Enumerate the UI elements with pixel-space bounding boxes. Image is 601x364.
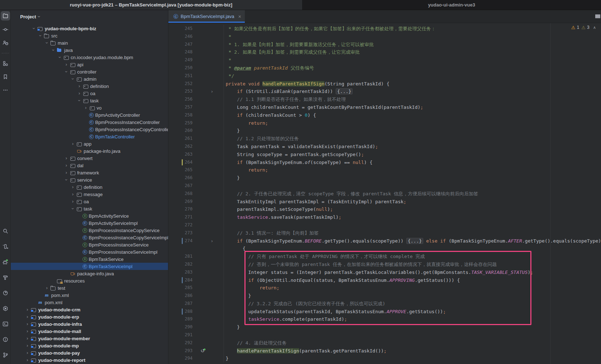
tree-item[interactable]: CBpmProcessInstanceController	[11, 119, 168, 126]
code-line[interactable]: 259 return;	[168, 119, 601, 127]
chevron-icon[interactable]: ›	[24, 314, 31, 320]
code-line[interactable]: 288 updateTaskStatus(parentTaskId, BpmTa…	[168, 308, 601, 316]
tree-item[interactable]: ›task	[11, 205, 168, 212]
tree-item[interactable]: ›definition	[11, 183, 168, 191]
tree-item[interactable]: CBpmTaskServiceImpl	[11, 263, 168, 270]
terminal-tool-icon[interactable]	[1, 320, 9, 328]
chevron-icon[interactable]: ›	[63, 162, 70, 169]
tree-item[interactable]: ›yudao-module-mp	[11, 342, 168, 349]
code-line[interactable]: 269 TaskEntityImpl parentTaskImpl = (Tas…	[168, 198, 601, 206]
tree-item[interactable]: ›main	[11, 39, 168, 46]
code-line[interactable]: 283 Integer status = (Integer) parentTas…	[168, 268, 601, 276]
chevron-icon[interactable]: ›	[63, 61, 70, 68]
code-line[interactable]: 256 // 1.1 判断是否还有子任务。如果没有，就不处理	[168, 96, 601, 103]
tree-item[interactable]: ›controller	[11, 68, 168, 75]
tree-item[interactable]: ›yudao-module-bpm-biz	[11, 25, 168, 32]
chevron-icon[interactable]: ›	[63, 177, 70, 183]
code-line[interactable]: 245 * 如果父任务是有前后【加签】的任务，如果它【加签】出来的子任务都被处理…	[168, 25, 601, 33]
tab-options-icon[interactable]	[595, 14, 600, 18]
tree-item[interactable]: package-info.java	[11, 147, 168, 155]
chevron-icon[interactable]: ›	[24, 335, 31, 342]
recursive-call-icon[interactable]: ↺	[200, 347, 205, 355]
tree-item[interactable]: ›api	[11, 61, 168, 68]
tree-item[interactable]: ›task	[11, 97, 168, 104]
chevron-icon[interactable]: ›	[50, 47, 57, 53]
search-tool-icon[interactable]	[1, 227, 9, 235]
background-window-titlebar[interactable]: yudao-ui-admin-vue3	[302, 0, 601, 10]
chevron-icon[interactable]: ›	[70, 198, 76, 205]
code-line[interactable]: 274› if (BpmTaskSignTypeEnum.BEFORE.getT…	[168, 237, 601, 245]
code-line[interactable]: 247 * 1. 如果是【向前】加签，则需要重新激活父任务，让它可以被审批	[168, 41, 601, 49]
tree-item[interactable]: ›vo	[11, 104, 168, 111]
code-line[interactable]: 285 return;	[168, 284, 601, 292]
code-line[interactable]: 272	[168, 221, 601, 229]
bookmarks-tool-icon[interactable]	[1, 73, 9, 81]
tree-item[interactable]: CBpmTaskController	[11, 133, 168, 140]
tab-bpmtaskserviceimpl[interactable]: C BpmTaskServiceImpl.java ×	[168, 10, 245, 23]
tree-item[interactable]: CBpmActivityController	[11, 111, 168, 119]
code-line[interactable]: {	[168, 245, 601, 253]
code-line[interactable]: 293↺ handleParentTaskIfSign(parentTask.g…	[168, 347, 601, 355]
chevron-icon[interactable]: ›	[70, 141, 76, 147]
chevron-icon[interactable]: ›	[76, 97, 83, 104]
code-line[interactable]: 263 String scopeType = parentTask.getSco…	[168, 151, 601, 159]
tree-item[interactable]: CBpmProcessInstanceServiceImpl	[11, 248, 168, 256]
tree-item[interactable]: IBpmProcessInstanceCopyService	[11, 227, 168, 234]
chevron-icon[interactable]: ›	[44, 285, 50, 291]
tree-item[interactable]: ›definition	[11, 83, 168, 90]
chevron-icon[interactable]: ›	[70, 191, 76, 197]
code-line[interactable]: 257 Long childrenTaskCount = getTaskCoun…	[168, 103, 601, 111]
chevron-icon[interactable]: ›	[24, 342, 31, 349]
structure-tool-icon[interactable]	[1, 59, 9, 67]
debug-tool-icon[interactable]	[1, 258, 9, 266]
code-line[interactable]: 291	[168, 331, 601, 339]
code-line[interactable]: 249 *	[168, 56, 601, 64]
tree-item[interactable]: ›framework	[11, 169, 168, 176]
commit-tool-icon[interactable]	[1, 26, 9, 34]
chevron-icon[interactable]: ›	[63, 155, 70, 161]
code-line[interactable]: 286 }	[168, 292, 601, 300]
tree-item[interactable]: ›yudao-module-mall	[11, 328, 168, 335]
tree-item[interactable]: ›yudao-module-infra	[11, 320, 168, 328]
run-tool-icon[interactable]	[1, 243, 9, 250]
chevron-icon[interactable]: ›	[44, 40, 50, 46]
chevron-icon[interactable]: ›	[57, 54, 63, 61]
project-panel-header[interactable]: Project ›	[11, 10, 168, 23]
tree-item[interactable]: ›src	[11, 32, 168, 39]
chevron-icon[interactable]: ›	[70, 76, 76, 82]
tree-item[interactable]: ›oa	[11, 90, 168, 97]
problems-tool-icon[interactable]	[1, 336, 9, 343]
tab-close-icon[interactable]: ×	[238, 14, 241, 19]
code-line[interactable]: 252private void handleParentTaskIfSign(S…	[168, 80, 601, 88]
code-line[interactable]: 292 // 4. 递归处理父任务	[168, 339, 601, 347]
code-line[interactable]: 284 if (ObjectUtil.notEqual(status, BpmT…	[168, 276, 601, 284]
chevron-icon[interactable]: ›	[24, 328, 31, 334]
tree-item[interactable]: ›java	[11, 46, 168, 54]
code-line[interactable]: 282 // 否则，一个未审批的 parentTask 任务，在加签出来的任务都…	[168, 261, 601, 268]
chevron-icon[interactable]: ›	[37, 32, 44, 39]
tree-item[interactable]: resources	[11, 277, 168, 284]
chevron-icon[interactable]: ›	[24, 357, 31, 363]
fold-arrow-icon[interactable]: ›	[211, 88, 213, 96]
chevron-icon[interactable]: ›	[70, 184, 76, 190]
code-line[interactable]: 265 return;	[168, 166, 601, 174]
tree-item[interactable]: ›yudao-module-report	[11, 356, 168, 364]
chevron-icon[interactable]: ›	[76, 83, 83, 89]
code-line[interactable]: 262 Task parentTask = validateTaskExist(…	[168, 143, 601, 151]
code-line[interactable]: 246 *	[168, 33, 601, 41]
code-line[interactable]: 266 }	[168, 174, 601, 182]
code-line[interactable]: 260 }	[168, 127, 601, 135]
pull-requests-tool-icon[interactable]: ?	[1, 39, 9, 47]
tree-item[interactable]: IBpmTaskService	[11, 256, 168, 263]
profiler-tool-icon[interactable]	[1, 289, 9, 297]
services-tool-icon[interactable]	[1, 305, 9, 312]
code-line[interactable]: 281 // 只有 parentTask 处于 APPROVING 的情况下，才…	[168, 253, 601, 261]
code-area[interactable]: 245 * 如果父任务是有前后【加签】的任务，如果它【加签】出来的子任务都被处理…	[168, 23, 601, 363]
chevron-icon[interactable]: ›	[63, 68, 70, 75]
code-line[interactable]: 290 }	[168, 323, 601, 331]
tree-item[interactable]: CBpmActivityServiceImpl	[11, 219, 168, 227]
code-line[interactable]: 287 // 3.2.2 完成自己 (因为它已经没有子任务，所以也可以完成)	[168, 300, 601, 308]
tree-item[interactable]: ›cn.iocoder.yudao.module.bpm	[11, 54, 168, 61]
code-line[interactable]: 270 parentTaskImpl.setScopeType(null);	[168, 205, 601, 213]
code-line[interactable]: 264 if (BpmTaskSignTypeEnum.of(scopeType…	[168, 159, 601, 167]
